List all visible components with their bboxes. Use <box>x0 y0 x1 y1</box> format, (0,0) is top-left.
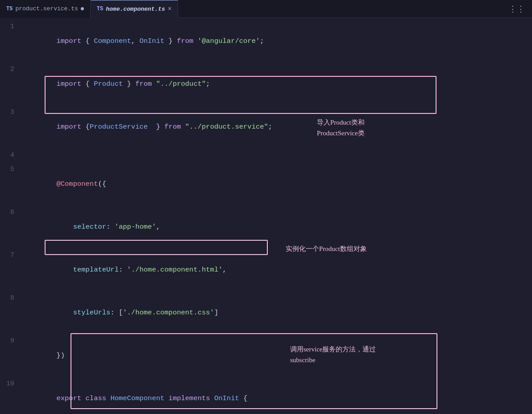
line-content-4 <box>23 148 532 163</box>
line-num-10: 10 <box>0 377 23 391</box>
line-content-8: styleUrls: ['./home.component.css'] <box>23 291 532 334</box>
unsaved-dot <box>81 7 84 10</box>
tab-product-service[interactable]: TS product.service.ts <box>0 0 91 18</box>
tab-bar: TS product.service.ts TS home.component.… <box>0 0 532 18</box>
line-num-8: 8 <box>0 291 23 305</box>
line-content-5: @Component({ <box>23 163 532 205</box>
code-line-4: 4 <box>0 148 532 163</box>
line-content-6: selector: 'app-home', <box>23 205 532 248</box>
tab-label-product-service: product.service.ts <box>15 5 78 12</box>
line-num-3: 3 <box>0 105 23 120</box>
line-num-1: 1 <box>0 20 23 34</box>
line-content-1: import { Component, OnInit } from '@angu… <box>23 20 532 63</box>
line-num-4: 4 <box>0 148 23 163</box>
code-line-7: 7 templateUrl: './home.component.html', <box>0 248 532 291</box>
split-editor-icon[interactable]: ⋮⋮ <box>509 4 532 14</box>
line-num-2: 2 <box>0 63 23 77</box>
tab-label-home-component: home.component.ts <box>106 6 165 13</box>
line-content-7: templateUrl: './home.component.html', <box>23 248 532 291</box>
code-line-8: 8 styleUrls: ['./home.component.css'] <box>0 291 532 334</box>
line-num-9: 9 <box>0 334 23 348</box>
line-num-5: 5 <box>0 163 23 177</box>
code-content: 1 import { Component, OnInit } from '@an… <box>0 18 532 414</box>
ts-badge-2: TS <box>97 6 103 12</box>
code-editor: 1 import { Component, OnInit } from '@an… <box>0 18 532 414</box>
code-line-3: 3 import {ProductService } from "../prod… <box>0 105 532 148</box>
close-tab-icon[interactable]: × <box>168 5 171 13</box>
line-num-7: 7 <box>0 248 23 263</box>
code-line-10: 10 export class HomeComponent implements… <box>0 377 532 414</box>
code-line-2: 2 import { Product } from "../product"; <box>0 63 532 105</box>
line-content-9: }) <box>23 334 532 377</box>
code-line-9: 9 }) <box>0 334 532 377</box>
tab-home-component[interactable]: TS home.component.ts × <box>91 0 178 18</box>
code-line-6: 6 selector: 'app-home', <box>0 205 532 248</box>
ts-badge-1: TS <box>6 6 12 12</box>
code-line-1: 1 import { Component, OnInit } from '@an… <box>0 20 532 63</box>
line-content-10: export class HomeComponent implements On… <box>23 377 532 414</box>
line-content-3: import {ProductService } from "../produc… <box>23 105 532 148</box>
line-num-6: 6 <box>0 205 23 220</box>
line-content-2: import { Product } from "../product"; <box>23 63 532 105</box>
code-line-5: 5 @Component({ <box>0 163 532 205</box>
